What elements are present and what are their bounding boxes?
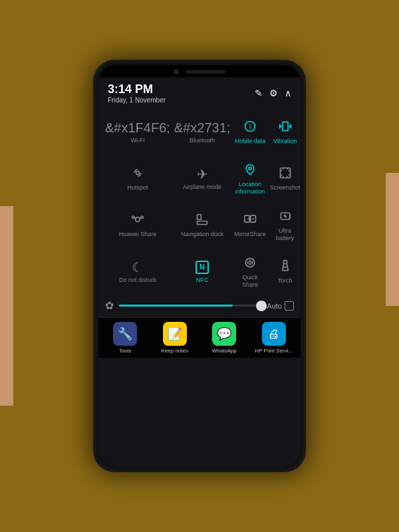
mobile_data-label: Mobile data <box>235 138 266 145</box>
quick_share-label: Quick Share <box>234 274 266 289</box>
svg-point-11 <box>249 167 251 170</box>
qs-tile-torch[interactable]: Torch <box>269 249 301 294</box>
brightness-slider[interactable] <box>119 305 261 307</box>
svg-rect-20 <box>198 221 207 225</box>
time-date: 3:14 PM Friday, 1 November <box>108 82 166 104</box>
notification-panel: 3:14 PM Friday, 1 November ✎ ⚙ ∧ &#x1F4F… <box>98 77 301 467</box>
auto-checkbox[interactable] <box>285 301 294 311</box>
do_not_disturb-label: Do not disturb <box>119 277 156 284</box>
bluetooth-icon: &#x2731; <box>174 121 231 134</box>
airplane-icon: ✈ <box>197 168 208 181</box>
hotspot-icon <box>131 166 144 182</box>
app-dock: 🔧Tools📝Keep notes💬WhatsApp🖨HP Print Serv… <box>98 317 301 358</box>
qs-tile-nfc[interactable]: NNFC <box>173 249 232 294</box>
svg-point-10 <box>136 172 139 175</box>
dock-item-hp_print[interactable]: 🖨HP Print Servi... <box>250 322 299 354</box>
tools-dock-icon: 🔧 <box>113 322 137 346</box>
status-bar: 3:14 PM Friday, 1 November ✎ ⚙ ∧ <box>98 77 301 106</box>
expand-icon[interactable]: ∧ <box>285 88 291 98</box>
qs-tile-bluetooth[interactable]: &#x2731;Bluetooth <box>173 109 232 154</box>
phone-wrapper: 3:14 PM Friday, 1 November ✎ ⚙ ∧ &#x1F4F… <box>93 60 306 472</box>
mobile_data-icon: 1 <box>243 120 257 135</box>
brightness-fill <box>119 305 233 307</box>
camera-dot <box>174 69 179 74</box>
qs-tile-quick_share[interactable]: Quick Share <box>233 249 267 294</box>
phone-screen: 3:14 PM Friday, 1 November ✎ ⚙ ∧ &#x1F4F… <box>98 65 301 467</box>
dock-item-tools[interactable]: 🔧Tools <box>101 322 150 354</box>
bluetooth-label: Bluetooth <box>190 137 215 144</box>
nav_dock-label: Navigation dock <box>181 231 223 238</box>
huawei_share-icon <box>131 213 144 228</box>
nfc-icon: N <box>196 261 209 274</box>
speaker-grille <box>186 70 225 74</box>
whatsapp-dock-icon: 💬 <box>212 322 236 346</box>
svg-rect-21 <box>198 215 201 220</box>
svg-text:1: 1 <box>249 123 252 130</box>
qs-tile-mobile_data[interactable]: 1Mobile data <box>233 109 267 154</box>
phone-device: 3:14 PM Friday, 1 November ✎ ⚙ ∧ &#x1F4F… <box>93 60 306 472</box>
nav_dock-icon <box>196 213 209 228</box>
qs-tile-location[interactable]: Location information <box>233 156 267 201</box>
hp_print-dock-label: HP Print Servi... <box>255 348 293 354</box>
svg-rect-12 <box>280 168 290 178</box>
do_not_disturb-icon: ☾ <box>132 261 144 274</box>
hand-right <box>386 173 399 306</box>
svg-point-15 <box>136 217 140 222</box>
settings-icon[interactable]: ⚙ <box>269 88 278 98</box>
qs-tile-airplane[interactable]: ✈Airplane mode <box>173 156 232 201</box>
torch-label: Torch <box>278 277 293 285</box>
huawei_share-label: Huawei Share <box>119 231 157 238</box>
mirrorshare-icon <box>243 213 257 228</box>
screenshot-icon <box>279 166 292 182</box>
location-label: Location information <box>234 181 266 196</box>
ultra_battery-icon <box>279 209 292 225</box>
keep_notes-dock-label: Keep notes <box>162 348 188 354</box>
nfc-label: NFC <box>196 277 209 284</box>
qs-grid: &#x1F4F6;Wi-Fi&#x2731;Bluetooth1Mobile d… <box>104 109 295 294</box>
qs-tile-mirrorshare[interactable]: MirrorShare <box>233 202 267 247</box>
dock-item-keep_notes[interactable]: 📝Keep notes <box>151 322 200 354</box>
svg-rect-32 <box>283 261 287 264</box>
torch-icon <box>279 259 292 275</box>
phone-top-bar <box>98 65 301 77</box>
qs-tile-vibration[interactable]: Vibration <box>269 109 301 154</box>
brightness-row: ✿ Auto <box>98 294 301 317</box>
airplane-label: Airplane mode <box>183 184 221 191</box>
qs-tile-wifi[interactable]: &#x1F4F6;Wi-Fi <box>104 109 172 154</box>
keep_notes-dock-icon: 📝 <box>163 322 187 346</box>
location-icon <box>243 163 257 178</box>
qs-tile-nav_dock[interactable]: Navigation dock <box>173 202 232 247</box>
current-time: 3:14 PM <box>108 82 166 96</box>
wifi-label: Wi-Fi <box>130 137 144 144</box>
vibration-icon <box>279 120 292 135</box>
svg-rect-2 <box>282 122 287 130</box>
qs-tile-huawei_share[interactable]: Huawei Share <box>104 202 172 247</box>
tools-dock-label: Tools <box>119 348 132 354</box>
mirrorshare-label: MirrorShare <box>234 231 266 238</box>
quick-settings: &#x1F4F6;Wi-Fi&#x2731;Bluetooth1Mobile d… <box>98 106 301 294</box>
whatsapp-dock-label: WhatsApp <box>212 348 237 354</box>
ultra_battery-label: Ultra battery <box>270 227 301 242</box>
qs-tile-do_not_disturb[interactable]: ☾Do not disturb <box>104 249 172 294</box>
qs-tile-ultra_battery[interactable]: Ultra battery <box>269 202 301 247</box>
current-date: Friday, 1 November <box>108 96 166 104</box>
hp_print-dock-icon: 🖨 <box>262 322 286 346</box>
hotspot-label: Hotspot <box>127 184 148 192</box>
vibration-label: Vibration <box>273 138 297 145</box>
quick_share-icon <box>243 256 257 271</box>
hand-left <box>0 206 13 406</box>
brightness-icon: ✿ <box>105 299 114 312</box>
qs-tile-hotspot[interactable]: Hotspot <box>104 156 172 201</box>
status-icons: ✎ ⚙ ∧ <box>255 88 291 98</box>
brightness-auto[interactable]: Auto <box>267 301 294 311</box>
edit-icon[interactable]: ✎ <box>255 88 263 98</box>
brightness-thumb <box>256 301 267 311</box>
screenshot-label: Screenshot <box>270 184 301 192</box>
dock-item-whatsapp[interactable]: 💬WhatsApp <box>200 322 249 354</box>
qs-tile-screenshot[interactable]: Screenshot <box>269 156 301 201</box>
auto-label: Auto <box>267 302 282 310</box>
wifi-icon: &#x1F4F6; <box>105 121 170 134</box>
